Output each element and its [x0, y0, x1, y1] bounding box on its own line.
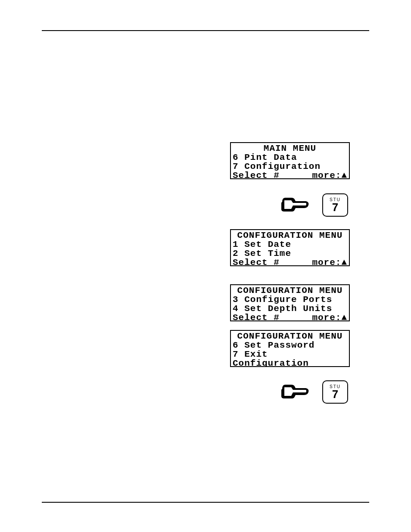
lcd-num: 4 [233, 304, 239, 314]
lcd-text: Exit Configuration [233, 349, 309, 367]
lcd-title: CONFIGURATION MENU [233, 231, 347, 240]
lcd-line-2: 7 Exit Configuration [233, 350, 347, 367]
lcd-more: more:▲ [312, 171, 347, 179]
keypad-key-7[interactable]: STU 7 [322, 380, 348, 404]
lcd-more: more:▲ [312, 258, 347, 266]
lcd-num: 6 [233, 152, 239, 162]
lcd-line-1: 1 Set Date [233, 240, 347, 249]
lcd-select: Select # [233, 258, 280, 266]
page: MAIN MENU 6 Pint Data 7 Configuration Se… [0, 0, 411, 532]
pointing-hand-icon [280, 194, 314, 216]
lcd-main-menu: MAIN MENU 6 Pint Data 7 Configuration Se… [230, 142, 350, 179]
lcd-num: 1 [233, 240, 239, 249]
lcd-text: Configuration [244, 162, 321, 171]
lcd-line-1: 3 Configure Ports [233, 295, 347, 304]
lcd-text: Configure Ports [244, 295, 332, 305]
lcd-config-menu-3: CONFIGURATION MENU 6 Set Password 7 Exit… [230, 330, 350, 367]
lcd-text: Set Depth Units [244, 304, 332, 314]
lcd-title: MAIN MENU [233, 144, 347, 153]
lcd-num: 3 [233, 295, 239, 305]
keypad-key-7[interactable]: STU 7 [322, 193, 348, 217]
lcd-line-1: 6 Pint Data [233, 153, 347, 162]
lcd-select-row: Select # more:▲ [233, 171, 347, 179]
lcd-more: more:▲ [312, 313, 347, 321]
lcd-select: Select # [233, 313, 280, 321]
lcd-text: Set Time [244, 249, 291, 258]
press-key-7: STU 7 [280, 380, 353, 404]
pointing-hand-icon [280, 381, 314, 403]
lcd-line-2: 4 Set Depth Units [233, 304, 347, 313]
lcd-select-row: Select # more:▲ [233, 313, 347, 321]
lcd-line-2: 2 Set Time [233, 249, 347, 258]
lcd-title: CONFIGURATION MENU [233, 286, 347, 295]
lcd-line-2: 7 Configuration [233, 162, 347, 171]
lcd-text: Set Date [244, 240, 291, 249]
lcd-num: 7 [233, 349, 239, 359]
lcd-num: 7 [233, 162, 239, 171]
key-main-label: 7 [332, 389, 338, 399]
header-rule [42, 30, 369, 31]
lcd-line-1: 6 Set Password [233, 341, 347, 350]
lcd-config-menu-1: CONFIGURATION MENU 1 Set Date 2 Set Time… [230, 229, 350, 266]
lcd-config-menu-2: CONFIGURATION MENU 3 Configure Ports 4 S… [230, 284, 350, 321]
press-key-7: STU 7 [280, 193, 353, 217]
lcd-num: 2 [233, 249, 239, 258]
lcd-select: Select # [233, 171, 280, 179]
lcd-num: 6 [233, 340, 239, 350]
lcd-title: CONFIGURATION MENU [233, 332, 347, 341]
lcd-select-row: Select # more:▲ [233, 258, 347, 266]
lcd-text: Set Password [244, 340, 314, 350]
key-main-label: 7 [332, 202, 338, 212]
lcd-text: Pint Data [244, 152, 297, 162]
footer-rule [42, 502, 369, 503]
